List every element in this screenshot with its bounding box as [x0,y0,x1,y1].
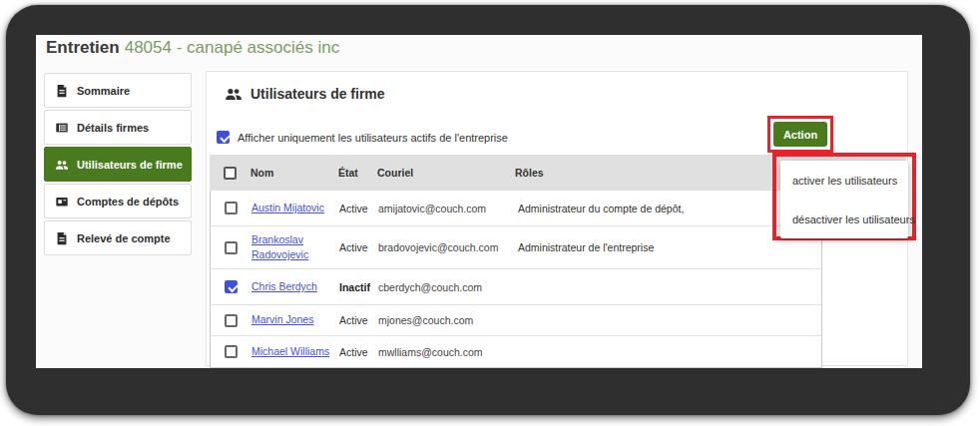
dropdown-item-desactiver-les-utilisateurs[interactable]: désactiver les utilisateurs [780,200,908,238]
user-email: mjones@couch.com [378,314,516,326]
document-icon [55,84,69,98]
user-roles: Administrateur de l'entreprise [516,241,821,253]
sidebar-item-releve-de-compte[interactable]: Relevé de compte [44,220,192,255]
action-highlight-box: Action [767,116,833,153]
row-checkbox[interactable] [225,314,238,327]
app-title: Entretien [46,38,120,57]
row-checkbox[interactable] [225,280,238,293]
user-name-link[interactable]: Austin Mijatovic [251,201,339,215]
user-email: mwlliams@couch.com [378,346,516,358]
dropdown-highlight-box: activer les utilisateurs désactiver les … [772,153,916,240]
table-row: Austin Mijatovic Active amijatovic@couch… [211,191,821,226]
people-icon [225,85,243,103]
user-name-link[interactable]: Chris Berdych [251,279,339,294]
app-content: Entretien48054 - canapé associés inc Som… [36,35,922,368]
sidebar-item-sommaire[interactable]: Sommaire [44,73,192,108]
user-state: Active [339,314,378,326]
section-title-text: Utilisateurs de firme [250,86,385,102]
user-email: bradovojevic@couch.com [378,241,516,253]
record-title: 48054 - canapé associés inc [125,38,339,57]
sidebar-item-label: Utilisateurs de firme [77,159,183,171]
row-checkbox[interactable] [225,202,238,214]
user-email: cberdych@couch.com [378,281,516,293]
user-name-link[interactable]: Brankoslav Radovojevic [251,232,339,262]
filter-label: Afficher uniquement les utilisateurs act… [238,132,508,144]
user-state: Inactif [339,281,378,293]
card-icon [55,195,69,209]
document-icon [55,231,69,245]
user-email: amijatovic@couch.com [378,203,516,214]
sidebar-item-label: Sommaire [77,85,130,97]
col-header-etat: État [338,167,377,179]
user-state: Active [339,346,378,358]
table-row: Marvin Jones Active mjones@couch.com [211,305,821,336]
sidebar-item-label: Comptes de dépôts [77,196,179,208]
table-row: Michael Williams Active mwlliams@couch.c… [211,336,821,367]
sidebar-item-utilisateurs-de-firme[interactable]: Utilisateurs de firme [44,147,192,182]
dropdown-item-activer-les-utilisateurs[interactable]: activer les utilisateurs [780,161,908,200]
row-checkbox[interactable] [225,241,238,254]
filter-checkbox[interactable] [217,131,230,144]
user-name-link[interactable]: Marvin Jones [251,312,339,327]
sidebar-item-comptes-de-depots[interactable]: Comptes de dépôts [44,184,192,218]
col-header-nom: Nom [250,167,338,179]
active-users-filter[interactable]: Afficher uniquement les utilisateurs act… [217,131,508,144]
sidebar-item-label: Relevé de compte [77,232,171,244]
section-title: Utilisateurs de firme [225,85,385,103]
building-icon [55,121,69,135]
table-row: Chris Berdych Inactif cberdych@couch.com [211,269,821,305]
action-button[interactable]: Action [773,122,827,147]
table-row: Brankoslav Radovojevic Active bradovojev… [211,226,821,269]
page: Entretien48054 - canapé associés inc Som… [0,0,980,426]
page-title: Entretien48054 - canapé associés inc [46,38,339,58]
sidebar-item-details-firmes[interactable]: Détails firmes [44,110,192,145]
sidebar: Sommaire Détails firmes Utilisateurs de … [44,73,192,257]
row-checkbox[interactable] [225,345,238,358]
sidebar-item-label: Détails firmes [77,122,149,134]
col-header-couriel: Couriel [377,167,515,179]
window-frame: Entretien48054 - canapé associés inc Som… [6,5,970,415]
user-state: Active [339,203,378,214]
table-body: Austin Mijatovic Active amijatovic@couch… [210,191,822,368]
action-dropdown-menu: activer les utilisateurs désactiver les … [780,161,908,238]
user-name-link[interactable]: Michael Williams [251,344,339,359]
people-icon [55,158,69,172]
select-all-checkbox[interactable] [224,167,237,180]
user-state: Active [339,241,378,253]
